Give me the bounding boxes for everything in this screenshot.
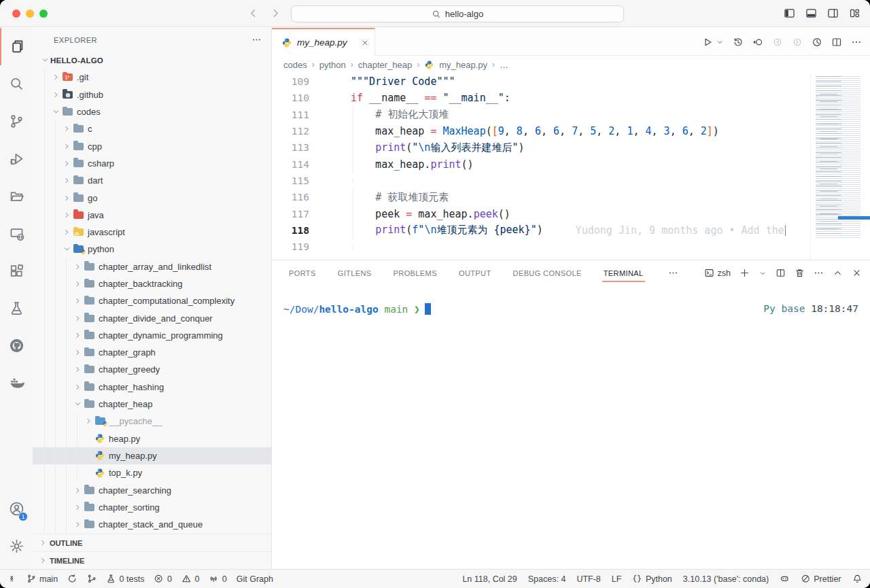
tree-item-go[interactable]: go [33,189,271,206]
breadcrumb-item[interactable]: python [319,60,346,70]
tab-my-heap[interactable]: my_heap.py [272,28,375,56]
breadcrumb-item[interactable]: … [500,60,508,70]
run-python-file-icon[interactable] [702,37,713,48]
tree-item-top_kpy[interactable]: top_k.py [33,464,271,481]
status-item-git-graph-view[interactable] [87,574,97,584]
activity-run-debug[interactable] [0,140,33,177]
tree-item-chapter_dynamic_programming[interactable]: chapter_dynamic_programming [33,327,271,344]
more-actions-icon[interactable] [851,37,862,48]
close-tab-icon[interactable] [361,39,369,47]
activity-testing[interactable] [0,290,33,327]
panel-tab-terminal[interactable]: TERMINAL [604,269,644,277]
status-item-warnings[interactable]: 0 [181,574,199,584]
activity-explorer[interactable] [0,28,33,65]
status-item-feedback[interactable]: 0 [209,574,226,584]
outline-section[interactable]: OUTLINE [33,534,271,551]
status-item-git-sync[interactable] [67,574,77,584]
tree-item-chapter_backtracking[interactable]: chapter_backtracking [33,275,271,292]
tree-item-github[interactable]: .github [33,86,271,103]
activity-github[interactable] [0,327,33,364]
breadcrumb-item[interactable]: chapter_heap [358,60,413,70]
activity-accounts[interactable]: 1 [0,490,33,528]
breadcrumb-item[interactable]: my_heap.py [439,60,487,70]
tree-item-my_heappy[interactable]: my_heap.py [33,447,271,464]
activity-search[interactable] [0,65,33,103]
status-item-python-interpreter[interactable]: 3.10.13 ('base': conda) [683,574,769,584]
panel-tab-gitlens[interactable]: GITLENS [338,269,372,277]
zoom-window-button[interactable] [39,10,48,18]
tree-item-chapter_computational_complexity[interactable]: chapter_computational_complexity [33,292,271,309]
tree-item-cpp[interactable]: cpp [33,137,271,154]
activity-docker[interactable] [0,364,33,402]
minimap[interactable] [810,73,870,260]
tree-item-chapter_stack_and_queue[interactable]: chapter_stack_and_queue [33,516,271,533]
forward-icon[interactable] [270,7,281,19]
tree-item-chapter_heap[interactable]: chapter_heap [33,396,271,413]
split-terminal-icon[interactable] [776,268,786,278]
terminal-instance[interactable]: zsh [704,268,731,278]
terminal-dropdown-icon[interactable] [759,269,767,277]
tree-item-codes[interactable]: codes [33,103,271,120]
tree-item-java[interactable]: java [33,207,271,224]
status-item-git-branch[interactable]: main [27,574,58,584]
tree-item-chapter_hashing[interactable]: chapter_hashing [33,379,271,396]
tree-item-python[interactable]: python [33,241,271,258]
tree-item-__pycache__[interactable]: __pycache__ [33,413,271,430]
panel-tab-output[interactable]: OUTPUT [459,269,491,277]
tree-item-chapter_divide_and_conquer[interactable]: chapter_divide_and_conquer [33,309,271,326]
status-item-errors[interactable]: 0 [154,574,171,584]
customize-layout-icon[interactable] [849,7,860,19]
toggle-sidebar-icon[interactable] [784,7,795,19]
toggle-secondary-sidebar-icon[interactable] [827,7,839,19]
panel-more-icon[interactable] [814,268,824,278]
tree-item-chapter_sorting[interactable]: chapter_sorting [33,499,271,516]
close-panel-icon[interactable] [852,268,862,278]
panel-tabs-more-icon[interactable] [668,268,678,278]
status-item-notifications[interactable] [852,574,863,584]
panel-tab-debug-console[interactable]: DEBUG CONSOLE [513,269,582,277]
status-item-remote[interactable] [7,574,17,584]
tree-item-chapter_greedy[interactable]: chapter_greedy [33,361,271,378]
tree-item-chapter_graph[interactable]: chapter_graph [33,344,271,361]
tree-item-csharp[interactable]: csharp [33,155,271,172]
close-window-button[interactable] [12,10,20,18]
tree-item-c[interactable]: c [33,120,271,137]
tree-item-javascript[interactable]: JSjavascript [33,224,271,241]
kill-terminal-icon[interactable] [795,268,805,278]
maximize-panel-icon[interactable] [833,268,843,278]
activity-remote-explorer[interactable] [0,215,33,252]
tree-item-chapter_searching[interactable]: chapter_searching [33,481,271,498]
tree-item-heappy[interactable]: heap.py [33,430,271,447]
tree-item-hello-algo[interactable]: HELLO-ALGO [33,52,271,69]
code-editor[interactable]: 109"""Driver Code"""110if __name__ == "_… [272,73,870,260]
run-dropdown-icon[interactable] [716,38,724,46]
panel-tab-problems[interactable]: PROBLEMS [394,269,437,277]
gitlens-graph-icon[interactable] [812,37,822,48]
status-item-copilot[interactable] [780,574,790,584]
tree-item-chapter_array_and_linkedlist[interactable]: chapter_array_and_linkedlist [33,258,271,275]
activity-settings[interactable] [0,528,33,565]
open-changes-icon[interactable] [752,37,763,48]
previous-change-icon[interactable] [772,37,783,48]
status-item-git-graph-label[interactable]: Git Graph [237,574,273,584]
status-item-prettier[interactable]: Prettier [801,574,841,584]
status-item-indentation[interactable]: Spaces: 4 [528,574,566,584]
status-item-encoding[interactable]: UTF-8 [576,574,600,584]
tree-item-git[interactable]: .git [33,69,271,86]
next-change-icon[interactable] [792,37,803,48]
new-terminal-icon[interactable] [740,268,750,278]
back-icon[interactable] [247,7,259,19]
activity-extensions[interactable] [0,252,33,290]
timeline-section[interactable]: TIMELINE [33,551,271,569]
split-editor-icon[interactable] [831,37,842,48]
status-item-tests[interactable]: 0 tests [106,574,144,584]
terminal-content[interactable]: ~/Dow/hello-algo main ❯ Py base 18:18:47 [283,303,858,315]
status-item-eol[interactable]: LF [612,574,622,584]
minimize-window-button[interactable] [26,10,34,18]
explorer-more-icon[interactable] [251,35,262,45]
activity-source-control[interactable] [0,103,33,140]
status-item-language-mode[interactable]: Python [632,574,672,584]
panel-tab-ports[interactable]: PORTS [289,269,316,277]
status-item-cursor-position[interactable]: Ln 118, Col 29 [462,574,517,584]
toggle-panel-icon[interactable] [805,7,817,19]
